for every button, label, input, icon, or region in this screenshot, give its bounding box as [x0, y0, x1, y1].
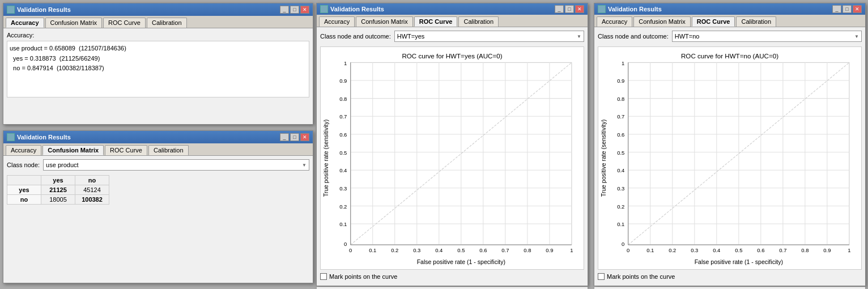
ytick-4-4: 0.4: [617, 167, 624, 173]
xtick-2-4: 0.2: [669, 247, 676, 253]
tabs-4: Accuracy Confusion Matrix ROC Curve Cali…: [594, 15, 865, 27]
y-axis-label-3: True positive rate (sensitivity): [322, 120, 329, 197]
ytick-6-4: 0.6: [617, 131, 624, 138]
window-icon-1: [7, 6, 15, 14]
window-title-2: Validation Results: [17, 134, 71, 141]
xtick-8-3: 0.8: [524, 247, 531, 253]
xtick-0-4: 0: [627, 247, 629, 253]
xtick-6-3: 0.6: [479, 247, 487, 253]
ytick-0-4: 0: [622, 241, 624, 247]
tab-roc-3[interactable]: ROC Curve: [414, 16, 458, 27]
tab-confusion-1[interactable]: Confusion Matrix: [45, 18, 103, 28]
roc-content-4: Class node and outcome: HWT=no ▼ ROC cur…: [594, 27, 865, 287]
xtick-5-4: 0.5: [735, 247, 742, 253]
tab-confusion-2[interactable]: Confusion Matrix: [42, 145, 104, 155]
tab-roc-1[interactable]: ROC Curve: [103, 18, 146, 28]
col-no: no: [75, 176, 109, 185]
xtick-5-3: 0.5: [457, 247, 465, 253]
table-row-no: no 18005 100382: [7, 195, 109, 205]
validation-window-3: Validation Results _ □ ✕ Accuracy Confus…: [316, 3, 588, 286]
outcome-dropdown-4[interactable]: HWT=no ▼: [672, 31, 862, 42]
xtick-3-4: 0.3: [691, 247, 698, 253]
xtick-2-3: 0.2: [391, 247, 398, 253]
minimize-btn-2[interactable]: _: [280, 133, 289, 141]
xtick-0-3: 0: [349, 247, 352, 253]
chart-title-3: ROC curve for HWT=yes (AUC=0): [402, 52, 502, 60]
close-btn-2[interactable]: ✕: [300, 133, 309, 141]
tab-roc-2[interactable]: ROC Curve: [105, 145, 147, 155]
tabs-3: Accuracy Confusion Matrix ROC Curve Cali…: [317, 15, 588, 27]
tab-accuracy-4[interactable]: Accuracy: [597, 16, 632, 27]
tabs-1: Accuracy Confusion Matrix ROC Curve Cali…: [3, 16, 313, 28]
tab-accuracy-1[interactable]: Accuracy: [6, 18, 44, 28]
maximize-btn-1[interactable]: □: [290, 6, 299, 14]
tab-calibration-2[interactable]: Calibration: [148, 145, 189, 155]
tab-accuracy-3[interactable]: Accuracy: [319, 16, 355, 27]
dropdown-arrow-4: ▼: [854, 34, 859, 39]
xtick-7-4: 0.7: [779, 247, 786, 253]
mark-points-row-3: Mark points on the curve: [320, 273, 584, 280]
title-bar-2[interactable]: Validation Results _ □ ✕: [3, 131, 313, 143]
window1-content: Accuracy: use product = 0.658089 (121507…: [3, 28, 313, 124]
tab-calibration-4[interactable]: Calibration: [736, 16, 776, 27]
minimize-btn-4[interactable]: _: [832, 5, 841, 13]
xtick-4-3: 0.4: [435, 247, 442, 253]
x-axis-label-4: False positive rate (1 - specificity): [695, 258, 783, 265]
xtick-9-4: 0.9: [823, 247, 831, 253]
title-bar-1[interactable]: Validation Results _ □ ✕: [3, 3, 313, 16]
x-axis-label-3: False positive rate (1 - specificity): [417, 258, 505, 265]
maximize-btn-3[interactable]: □: [565, 5, 574, 13]
outcome-value-4: HWT=no: [675, 33, 700, 40]
outcome-dropdown-3[interactable]: HWT=yes ▼: [394, 31, 584, 42]
ytick-10-3: 1: [344, 60, 347, 66]
title-bar-left-3: Validation Results: [320, 5, 384, 13]
close-btn-4[interactable]: ✕: [853, 5, 862, 13]
ytick-3-4: 0.3: [617, 185, 624, 192]
tab-calibration-3[interactable]: Calibration: [458, 16, 499, 27]
ytick-1-3: 0.1: [339, 221, 347, 227]
mark-points-label-4: Mark points on the curve: [607, 273, 675, 280]
cell-no-no: 100382: [75, 195, 109, 205]
title-bar-4[interactable]: Validation Results _ □ ✕: [594, 3, 865, 15]
ytick-5-3: 0.5: [339, 150, 347, 156]
roc-svg-4: ROC curve for HWT=no (AUC=0) True positi…: [598, 47, 861, 269]
outcome-value-3: HWT=yes: [397, 33, 425, 40]
ytick-2-3: 0.2: [339, 203, 347, 210]
xtick-6-4: 0.6: [757, 247, 764, 253]
minimize-btn-3[interactable]: _: [555, 5, 564, 13]
class-node-dropdown[interactable]: use product ▼: [43, 159, 309, 171]
mark-points-checkbox-4[interactable]: [598, 273, 605, 280]
tab-confusion-3[interactable]: Confusion Matrix: [356, 16, 413, 27]
roc-content-3: Class node and outcome: HWT=yes ▼ ROC cu…: [317, 27, 588, 287]
tab-confusion-4[interactable]: Confusion Matrix: [633, 16, 691, 27]
xtick-4-4: 0.4: [713, 247, 720, 253]
dropdown-arrow-3: ▼: [577, 34, 581, 39]
xtick-7-3: 0.7: [501, 247, 509, 253]
xtick-3-3: 0.3: [413, 247, 420, 253]
mark-points-row-4: Mark points on the curve: [598, 273, 862, 280]
mark-points-checkbox-3[interactable]: [320, 273, 327, 280]
ytick-5-4: 0.5: [617, 150, 624, 156]
maximize-btn-4[interactable]: □: [843, 5, 852, 13]
ytick-2-4: 0.2: [617, 203, 624, 210]
tab-accuracy-2[interactable]: Accuracy: [6, 145, 41, 155]
window-title-1: Validation Results: [17, 6, 71, 13]
title-bar-3[interactable]: Validation Results _ □ ✕: [317, 3, 588, 15]
roc-svg-3: ROC curve for HWT=yes (AUC=0) True posit…: [321, 47, 584, 269]
accuracy-label: Accuracy:: [7, 32, 309, 39]
title-buttons-3: _ □ ✕: [555, 5, 584, 13]
ytick-3-3: 0.3: [339, 185, 347, 192]
maximize-btn-2[interactable]: □: [290, 133, 299, 141]
tab-calibration-1[interactable]: Calibration: [147, 18, 187, 28]
roc-chart-3: ROC curve for HWT=yes (AUC=0) True posit…: [320, 46, 584, 270]
y-axis-label-4: True positive rate (sensitivity): [600, 120, 607, 197]
ytick-9-3: 0.9: [339, 78, 347, 84]
class-outcome-row-4: Class node and outcome: HWT=no ▼: [598, 31, 862, 42]
minimize-btn-1[interactable]: _: [280, 6, 289, 14]
close-btn-1[interactable]: ✕: [300, 6, 309, 14]
xtick-10-4: 1: [848, 247, 850, 253]
tabs-2: Accuracy Confusion Matrix ROC Curve Cali…: [3, 143, 313, 156]
tab-roc-4[interactable]: ROC Curve: [692, 16, 735, 27]
close-btn-3[interactable]: ✕: [575, 5, 584, 13]
window-footer-3: Open output file Close: [317, 287, 588, 289]
